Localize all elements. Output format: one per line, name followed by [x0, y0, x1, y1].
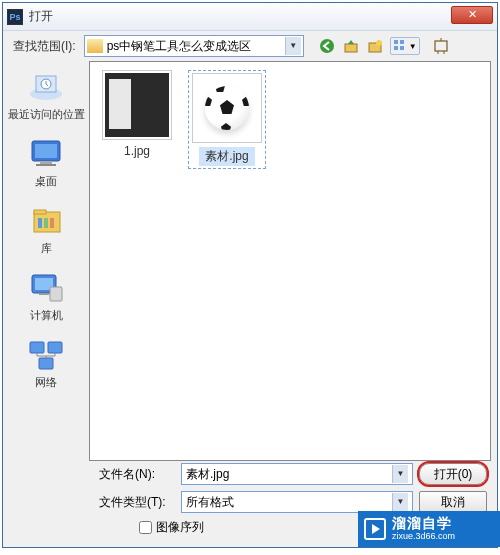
file-name: 1.jpg [124, 144, 150, 158]
svg-rect-6 [394, 46, 398, 50]
svg-rect-27 [39, 358, 53, 369]
open-button[interactable]: 打开(0) [419, 463, 487, 485]
chevron-down-icon[interactable]: ▼ [392, 465, 408, 483]
svg-rect-20 [50, 218, 54, 228]
svg-point-0 [320, 39, 334, 53]
toolbar: 查找范围(I): ps中钢笔工具怎么变成选区 ▼ ▼ [3, 31, 497, 61]
close-button[interactable]: ✕ [451, 6, 493, 24]
toolbar-icons: ▼ [318, 37, 420, 55]
place-desktop[interactable]: 桌面 [3, 132, 89, 199]
views-icon[interactable]: ▼ [390, 37, 420, 55]
look-in-label: 查找范围(I): [13, 38, 76, 55]
open-dialog: Ps 打开 ✕ 查找范围(I): ps中钢笔工具怎么变成选区 ▼ ▼ [2, 2, 498, 548]
recent-icon [25, 69, 67, 105]
filename-input[interactable]: 素材.jpg ▼ [181, 463, 413, 485]
file-item-selected[interactable]: 素材.jpg [188, 70, 266, 169]
up-one-level-icon[interactable] [342, 37, 360, 55]
place-label: 桌面 [35, 174, 57, 189]
svg-rect-26 [48, 342, 62, 353]
filetype-label: 文件类型(T): [99, 494, 175, 511]
chevron-down-icon[interactable]: ▼ [285, 37, 301, 55]
svg-rect-8 [435, 41, 447, 51]
folder-icon [87, 39, 103, 53]
place-computer[interactable]: 计算机 [3, 266, 89, 333]
watermark-title: 溜溜自学 [392, 516, 455, 531]
dialog-title: 打开 [29, 8, 53, 25]
network-icon [25, 337, 67, 373]
place-label: 库 [41, 241, 52, 256]
location-text: ps中钢笔工具怎么变成选区 [107, 38, 285, 55]
filename-value: 素材.jpg [186, 466, 229, 483]
svg-rect-23 [50, 287, 62, 301]
filetype-value: 所有格式 [186, 494, 234, 511]
place-network[interactable]: 网络 [3, 333, 89, 400]
watermark-url: zixue.3d66.com [392, 532, 455, 542]
place-label: 网络 [35, 375, 57, 390]
file-thumbnail [192, 73, 262, 143]
svg-point-3 [376, 40, 382, 46]
svg-rect-1 [345, 44, 357, 52]
svg-rect-7 [400, 46, 404, 50]
pin-icon[interactable] [432, 38, 452, 54]
back-icon[interactable] [318, 37, 336, 55]
svg-rect-18 [38, 218, 42, 228]
place-library[interactable]: 库 [3, 199, 89, 266]
place-label: 计算机 [30, 308, 63, 323]
svg-rect-25 [30, 342, 44, 353]
new-folder-icon[interactable] [366, 37, 384, 55]
place-label: 最近访问的位置 [8, 107, 85, 122]
location-dropdown[interactable]: ps中钢笔工具怎么变成选区 ▼ [84, 35, 304, 57]
play-icon [364, 518, 386, 540]
svg-rect-14 [40, 161, 52, 164]
svg-rect-17 [34, 210, 46, 214]
computer-icon [25, 270, 67, 306]
place-recent[interactable]: 最近访问的位置 [3, 65, 89, 132]
svg-rect-13 [35, 144, 57, 158]
filename-row: 文件名(N): 素材.jpg ▼ 打开(0) [99, 463, 487, 485]
filename-label: 文件名(N): [99, 466, 175, 483]
file-thumbnail [102, 70, 172, 140]
watermark: 溜溜自学 zixue.3d66.com [358, 511, 500, 547]
svg-rect-5 [400, 40, 404, 44]
app-icon: Ps [7, 9, 23, 25]
file-name: 素材.jpg [199, 147, 254, 166]
svg-rect-4 [394, 40, 398, 44]
image-sequence-label: 图像序列 [156, 519, 204, 536]
titlebar: Ps 打开 ✕ [3, 3, 497, 31]
chevron-down-icon[interactable]: ▼ [392, 493, 408, 511]
svg-rect-15 [36, 164, 56, 166]
svg-rect-24 [39, 293, 49, 295]
desktop-icon [25, 136, 67, 172]
library-icon [25, 203, 67, 239]
filetype-dropdown[interactable]: 所有格式 ▼ [181, 491, 413, 513]
file-item[interactable]: 1.jpg [98, 70, 176, 158]
svg-rect-19 [44, 218, 48, 228]
cancel-button[interactable]: 取消 [419, 491, 487, 513]
file-list[interactable]: 1.jpg 素材.jpg [89, 61, 491, 461]
main-area: 最近访问的位置 桌面 库 计算机 [3, 61, 497, 461]
filetype-row: 文件类型(T): 所有格式 ▼ 取消 [99, 491, 487, 513]
image-sequence-checkbox[interactable] [139, 521, 152, 534]
places-bar: 最近访问的位置 桌面 库 计算机 [3, 61, 89, 461]
